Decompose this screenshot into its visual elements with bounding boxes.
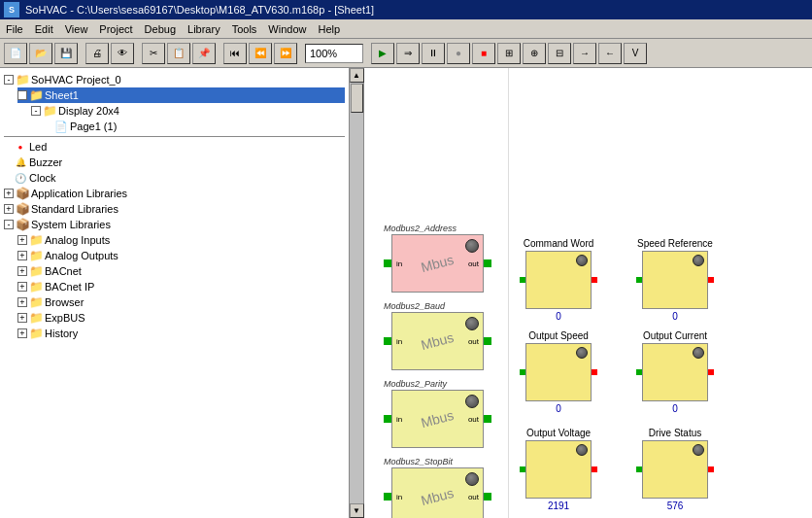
toolbar-cut[interactable]: ✂	[142, 43, 165, 64]
tree-clock[interactable]: 🕐 Clock	[4, 170, 345, 186]
spd-knob[interactable]	[693, 255, 704, 266]
scroll-down-btn[interactable]: ▼	[350, 503, 364, 518]
tree-app-libs[interactable]: + 📦 Application Libraries	[4, 186, 345, 201]
menu-file[interactable]: File	[0, 19, 29, 38]
menu-help[interactable]: Help	[312, 19, 346, 38]
modbus-out-label: out	[468, 259, 479, 268]
modbus-stopbit-block[interactable]: Modbus2_StopBit in Mbus out	[384, 457, 491, 518]
expand-expbus[interactable]: +	[17, 313, 27, 323]
expand-sheet1[interactable]: -	[17, 90, 27, 100]
expand-history[interactable]: +	[17, 328, 27, 338]
scroll-up-btn[interactable]: ▲	[350, 68, 364, 83]
zoom-input[interactable]: 100%	[305, 44, 363, 63]
toolbar-step-back[interactable]: ⏮	[223, 43, 247, 64]
tree-buzzer[interactable]: 🔔 Buzzer	[4, 155, 345, 170]
tree-history[interactable]: + 📁 History	[17, 326, 345, 341]
tree-analog-in[interactable]: + 📁 Analog Inputs	[17, 232, 345, 248]
menu-window[interactable]: Window	[262, 19, 312, 38]
expand-sys-libs[interactable]: -	[4, 220, 14, 229]
menu-project[interactable]: Project	[93, 19, 138, 38]
toolbar-step[interactable]: ⇒	[396, 43, 420, 64]
menu-tools[interactable]: Tools	[226, 19, 263, 38]
left-panel: - 📁 SoHVAC Project_0 - 📁 Sheet1 - 📁 Disp…	[0, 68, 364, 518]
tree-sys-libs[interactable]: - 📦 System Libraries	[4, 217, 345, 232]
toolbar-arrow-left[interactable]: ←	[598, 43, 622, 64]
modbus-address-knob[interactable]	[465, 239, 479, 253]
analog-in-label: Analog Inputs	[45, 234, 110, 246]
modbus-address-body[interactable]: in Mbus out	[391, 234, 484, 293]
expand-bacnet[interactable]: +	[17, 266, 27, 276]
scroll-track[interactable]	[350, 83, 363, 503]
modbus-parity-block[interactable]: Modbus2_Parity in Mbus out	[384, 379, 491, 448]
modbus-parity-body[interactable]: in Mbus out	[391, 390, 484, 448]
dsts-body[interactable]	[642, 440, 708, 499]
toolbar-minus[interactable]: ⊟	[548, 43, 571, 64]
tree-analog-out[interactable]: + 📁 Analog Outputs	[17, 248, 345, 263]
tree-scrollbar[interactable]: ▲ ▼	[349, 68, 363, 518]
ospd-body[interactable]	[525, 343, 592, 401]
scroll-thumb[interactable]	[351, 84, 363, 113]
reg-ovlt-block[interactable]: Output Voltage 2191	[515, 428, 602, 511]
reg-ospd-block[interactable]: Output Speed 0	[515, 330, 602, 414]
ocur-body[interactable]	[642, 343, 708, 401]
toolbar-save[interactable]: 💾	[54, 43, 78, 64]
tree-project[interactable]: - 📁 SoHVAC Project_0	[4, 72, 345, 87]
toolbar-stop-sq[interactable]: ■	[472, 43, 495, 64]
ovlt-body[interactable]	[525, 440, 592, 499]
reg-spd-block[interactable]: Speed Reference 0	[631, 238, 719, 322]
menu-debug[interactable]: Debug	[139, 19, 182, 38]
tree-display[interactable]: - 📁 Display 20x4	[31, 103, 345, 119]
cmd-body[interactable]	[525, 251, 592, 309]
ospd-knob[interactable]	[576, 347, 588, 359]
tree-led[interactable]: ● Led	[4, 139, 345, 155]
reg-cmd-block[interactable]: Command Word 0	[515, 238, 602, 322]
modbus-parity-knob[interactable]	[465, 395, 479, 408]
expand-app-libs[interactable]: +	[4, 189, 14, 198]
expand-browser[interactable]: +	[17, 297, 27, 307]
toolbar-fwd[interactable]: ⏩	[274, 43, 297, 64]
ovlt-knob[interactable]	[576, 444, 588, 456]
toolbar-open[interactable]: 📂	[29, 43, 52, 64]
modbus-baud-body[interactable]: in Mbus out	[391, 312, 484, 370]
toolbar-back[interactable]: ⏪	[249, 43, 272, 64]
toolbar-new[interactable]: 📄	[4, 43, 27, 64]
ocur-knob[interactable]	[693, 347, 704, 359]
dsts-knob[interactable]	[693, 444, 704, 456]
reg-ocur-block[interactable]: Output Current 0	[631, 330, 719, 414]
modbus-baud-block[interactable]: Modbus2_Baud in Mbus out	[384, 301, 491, 370]
menu-edit[interactable]: Edit	[29, 19, 59, 38]
reg-dsts-block[interactable]: Drive Status 576	[631, 428, 719, 511]
tree-std-libs[interactable]: + 📦 Standard Libraries	[4, 201, 345, 217]
toolbar-stop-circle[interactable]: ●	[447, 43, 470, 64]
toolbar-plus-sq[interactable]: ⊞	[497, 43, 521, 64]
toolbar-arrow-right[interactable]: →	[573, 43, 596, 64]
toolbar-print[interactable]: 🖨	[85, 43, 109, 64]
toolbar-paste[interactable]: 📌	[192, 43, 216, 64]
expand-std-libs[interactable]: +	[4, 204, 14, 214]
toolbar-pause[interactable]: ⏸	[422, 43, 445, 64]
toolbar-dot-plus[interactable]: ⊕	[523, 43, 546, 64]
menu-library[interactable]: Library	[182, 19, 226, 38]
tree-sheet1[interactable]: - 📁 Sheet1	[17, 87, 345, 103]
expand-project[interactable]: -	[4, 75, 14, 85]
tree-page1[interactable]: 📄 Page1 (1)	[45, 119, 345, 134]
toolbar-copy[interactable]: 📋	[167, 43, 190, 64]
expand-analog-out[interactable]: +	[17, 251, 27, 260]
toolbar-run[interactable]: ▶	[371, 43, 394, 64]
modbus-address-block[interactable]: Modbus2_Address in Mbus out	[384, 224, 491, 293]
tree-browser[interactable]: + 📁 Browser	[17, 294, 345, 310]
modbus-stopbit-knob[interactable]	[465, 472, 479, 486]
spd-body[interactable]	[642, 251, 708, 309]
modbus-baud-knob[interactable]	[465, 317, 479, 330]
expand-bacnet-ip[interactable]: +	[17, 282, 27, 292]
tree-bacnet[interactable]: + 📁 BACnet	[17, 263, 345, 279]
menu-view[interactable]: View	[59, 19, 94, 38]
tree-bacnet-ip[interactable]: + 📁 BACnet IP	[17, 279, 345, 294]
expand-analog-in[interactable]: +	[17, 235, 27, 245]
toolbar-preview[interactable]: 👁	[111, 43, 134, 64]
cmd-knob[interactable]	[576, 255, 588, 266]
expand-display[interactable]: -	[31, 106, 41, 116]
modbus-stopbit-body[interactable]: in Mbus out	[391, 467, 484, 518]
tree-expbus[interactable]: + 📁 ExpBUS	[17, 310, 345, 326]
toolbar-v[interactable]: V	[624, 43, 647, 64]
